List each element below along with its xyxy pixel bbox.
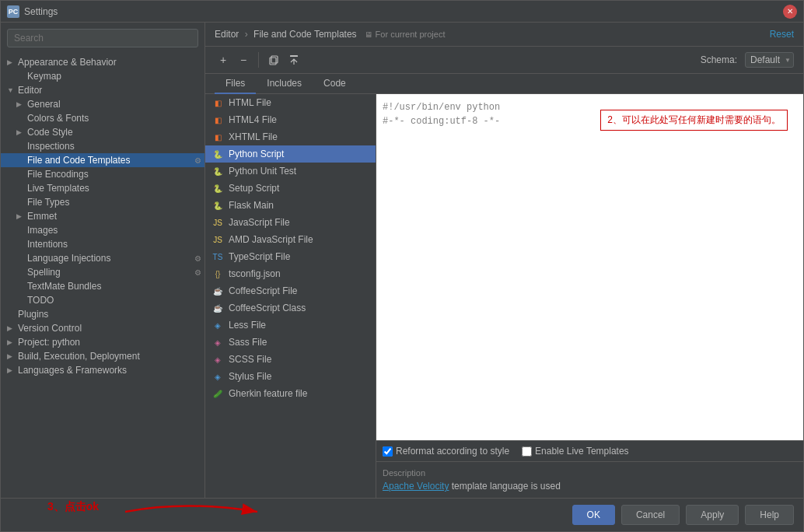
sidebar-item-textmate-bundles[interactable]: TextMate Bundles — [1, 279, 204, 293]
list-item[interactable]: TS TypeScript File — [205, 248, 376, 265]
sidebar-item-label: Version Control — [18, 323, 201, 334]
sidebar-item-plugins[interactable]: Plugins — [1, 307, 204, 321]
expand-icon: ▶ — [7, 58, 18, 66]
file-item-label: CoffeeScript File — [229, 285, 297, 296]
right-panel: Editor › File and Code Templates 🖥 For c… — [205, 23, 803, 498]
list-item[interactable]: JS AMD JavaScript File — [205, 231, 376, 248]
title-bar: PC Settings ✕ — [1, 1, 803, 23]
list-item[interactable]: {} tsconfig.json — [205, 265, 376, 282]
tab-files[interactable]: Files — [215, 74, 256, 94]
list-item[interactable]: ☕ CoffeeScript Class — [205, 299, 376, 317]
sidebar-item-language-injections[interactable]: Language Injections ⚙ — [1, 251, 204, 265]
apply-button[interactable]: Apply — [686, 505, 739, 525]
amd-js-icon: JS — [211, 233, 224, 246]
list-item[interactable]: ◧ HTML File — [205, 94, 376, 111]
sidebar-item-live-templates[interactable]: Live Templates — [1, 181, 204, 195]
sidebar-item-todo[interactable]: TODO — [1, 293, 204, 307]
apache-velocity-link[interactable]: Apache Velocity — [383, 481, 449, 492]
sidebar-tree: ▶ Appearance & Behavior Keymap ▼ Editor … — [1, 54, 204, 498]
sidebar-item-label: General — [27, 99, 201, 110]
sidebar-item-colors-fonts[interactable]: Colors & Fonts — [1, 111, 204, 125]
list-item-python-script[interactable]: 🐍 Python Script — [205, 145, 376, 163]
reset-link[interactable]: Reset — [770, 29, 794, 40]
editor-content[interactable]: #!/usr/bin/env python #-*- coding:utf-8 … — [376, 94, 803, 440]
sidebar-item-code-style[interactable]: ▶ Code Style — [1, 125, 204, 139]
sidebar-item-label: TextMate Bundles — [27, 281, 201, 292]
sidebar-item-spelling[interactable]: Spelling ⚙ — [1, 265, 204, 279]
sidebar-item-file-types[interactable]: File Types — [1, 195, 204, 209]
live-templates-checkbox[interactable] — [522, 446, 532, 457]
sidebar-item-file-encodings[interactable]: File Encodings — [1, 167, 204, 181]
sidebar-item-label: Inspections — [27, 141, 201, 152]
sidebar-item-file-code-templates[interactable]: File and Code Templates ⚙ — [1, 153, 204, 167]
list-item[interactable]: 🥒 Gherkin feature file — [205, 385, 376, 402]
sidebar-item-keymap[interactable]: Keymap — [1, 69, 204, 83]
svg-rect-0 — [270, 58, 276, 65]
reformat-checkbox-wrap: Reformat according to style — [383, 446, 509, 457]
cancel-button[interactable]: Cancel — [621, 505, 680, 525]
file-item-label: Setup Script — [229, 183, 279, 194]
project-icon: 🖥 — [365, 30, 372, 39]
list-item[interactable]: ◧ XHTML File — [205, 128, 376, 145]
sidebar-item-label: Editor — [18, 85, 201, 96]
sidebar-item-label: Spelling — [27, 267, 191, 278]
html4-icon: ◧ — [211, 114, 224, 126]
help-button[interactable]: Help — [745, 505, 794, 525]
tab-code[interactable]: Code — [313, 74, 357, 94]
for-project-text: For current project — [376, 30, 446, 39]
list-item[interactable]: 🐍 Setup Script — [205, 180, 376, 197]
expand-icon: ▶ — [16, 128, 27, 136]
gherkin-icon: 🥒 — [211, 387, 224, 400]
expand-icon: ▶ — [7, 324, 18, 332]
schema-dropdown[interactable]: Default Project — [745, 52, 794, 68]
sidebar-item-intentions[interactable]: Intentions — [1, 237, 204, 251]
ok-button[interactable]: OK — [572, 505, 615, 525]
sidebar-item-general[interactable]: ▶ General — [1, 97, 204, 111]
list-item[interactable]: ◈ Stylus File — [205, 368, 376, 385]
settings-icon: ⚙ — [194, 254, 201, 263]
file-item-label: JavaScript File — [229, 217, 290, 228]
coffee-class-icon: ☕ — [211, 302, 224, 314]
remove-button[interactable]: − — [235, 51, 252, 68]
python-unit-icon: 🐍 — [211, 165, 224, 177]
tab-includes[interactable]: Includes — [256, 74, 313, 94]
sidebar-item-lang-frameworks[interactable]: ▶ Languages & Frameworks — [1, 363, 204, 377]
sidebar-item-version-control[interactable]: ▶ Version Control — [1, 321, 204, 335]
add-button[interactable]: + — [215, 51, 232, 68]
breadcrumb: Editor › File and Code Templates — [215, 29, 357, 40]
toolbar-separator — [258, 52, 259, 68]
sidebar-item-project-python[interactable]: ▶ Project: python — [1, 335, 204, 349]
js-icon: JS — [211, 216, 224, 229]
annotation-2: 2、可以在此处写任何新建时需要的语句。 — [600, 110, 788, 131]
sidebar-item-inspections[interactable]: Inspections — [1, 139, 204, 153]
sidebar-item-images[interactable]: Images — [1, 223, 204, 237]
list-item[interactable]: ☕ CoffeeScript File — [205, 282, 376, 299]
panel-body: ◧ HTML File ◧ HTML4 File ◧ XHTML File 🐍 … — [205, 94, 803, 498]
file-item-label: XHTML File — [229, 131, 278, 142]
list-item[interactable]: 🐍 Python Unit Test — [205, 163, 376, 180]
list-item[interactable]: JS JavaScript File — [205, 214, 376, 231]
copy-button[interactable] — [265, 51, 282, 68]
list-item[interactable]: ◈ SCSS File — [205, 351, 376, 368]
stylus-icon: ◈ — [211, 370, 224, 383]
window-title: Settings — [24, 6, 58, 17]
search-input[interactable] — [7, 29, 198, 47]
export-button[interactable] — [285, 51, 302, 68]
sidebar-item-label: Plugins — [18, 309, 201, 320]
less-icon: ◈ — [211, 319, 224, 331]
sidebar-item-label: TODO — [27, 295, 201, 306]
sidebar-item-emmet[interactable]: ▶ Emmet — [1, 209, 204, 223]
sidebar-item-build-exec[interactable]: ▶ Build, Execution, Deployment — [1, 349, 204, 363]
file-item-label: Gherkin feature file — [229, 388, 307, 399]
sidebar-item-appearance[interactable]: ▶ Appearance & Behavior — [1, 55, 204, 69]
sidebar-item-editor[interactable]: ▼ Editor — [1, 83, 204, 97]
close-button[interactable]: ✕ — [783, 5, 797, 19]
list-item[interactable]: ◈ Sass File — [205, 334, 376, 351]
live-templates-checkbox-wrap: Enable Live Templates — [522, 446, 629, 457]
list-item[interactable]: 🐍 Flask Main — [205, 197, 376, 214]
export-icon — [288, 54, 299, 65]
reformat-checkbox[interactable] — [383, 446, 393, 457]
list-item[interactable]: ◈ Less File — [205, 317, 376, 334]
ts-icon: TS — [211, 250, 224, 263]
list-item[interactable]: ◧ HTML4 File — [205, 111, 376, 128]
